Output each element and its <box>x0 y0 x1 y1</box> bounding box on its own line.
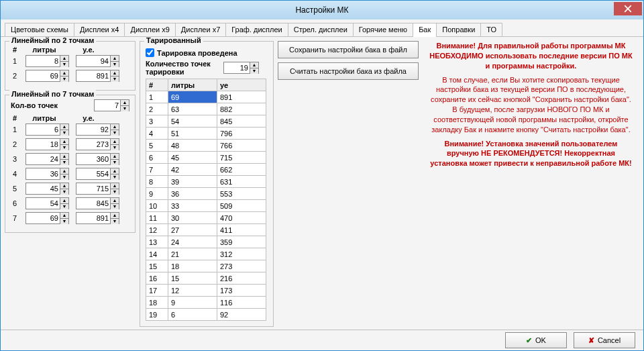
spin-down-icon[interactable]: ▼ <box>60 77 68 82</box>
liters-stepper[interactable]: ▲▼ <box>25 70 69 82</box>
spin-up-icon[interactable]: ▲ <box>111 154 119 160</box>
spin-up-icon[interactable]: ▲ <box>111 70 119 77</box>
tarir-table[interactable]: # литры уе 16989126388235484545179654876… <box>146 79 266 321</box>
spin-down-icon[interactable]: ▼ <box>60 219 68 224</box>
spin-down-icon[interactable]: ▼ <box>250 68 258 74</box>
spin-up-icon[interactable]: ▲ <box>60 183 68 189</box>
ue-stepper[interactable]: ▲▼ <box>76 168 119 180</box>
tarir-row[interactable]: 263882 <box>146 103 266 115</box>
ok-button[interactable]: ✔ OK <box>505 332 567 348</box>
cell-ue[interactable]: 273 <box>217 260 266 272</box>
tarir-done-checkbox[interactable] <box>146 48 154 57</box>
spin-down-icon[interactable]: ▼ <box>60 145 68 150</box>
liters-stepper[interactable]: ▲▼ <box>25 168 69 180</box>
ue-stepper[interactable]: ▲▼ <box>76 183 119 195</box>
tab-8[interactable]: Поправки <box>436 23 481 36</box>
ue-stepper[interactable]: ▲▼ <box>76 138 119 150</box>
close-button[interactable] <box>614 2 642 15</box>
spin-down-icon[interactable]: ▼ <box>60 204 68 209</box>
spin-up-icon[interactable]: ▲ <box>60 124 68 130</box>
spin-up-icon[interactable]: ▲ <box>111 213 119 219</box>
spin-up-icon[interactable]: ▲ <box>111 56 119 62</box>
tarir-row[interactable]: 189116 <box>146 297 266 309</box>
linear-7pt-count-input[interactable] <box>95 101 120 110</box>
tab-5[interactable]: Стрел. дисплеи <box>288 23 354 36</box>
cell-ue[interactable]: 553 <box>217 188 266 200</box>
spin-up-icon[interactable]: ▲ <box>111 168 119 174</box>
liters-stepper[interactable]: ▲▼ <box>25 197 69 209</box>
spin-up-icon[interactable]: ▲ <box>60 139 68 145</box>
ue-stepper[interactable]: ▲▼ <box>76 212 119 224</box>
cell-liters[interactable]: 54 <box>168 115 217 128</box>
tarir-row[interactable]: 645715 <box>146 152 266 164</box>
spin-down-icon[interactable]: ▼ <box>111 130 119 136</box>
cell-ue[interactable]: 359 <box>217 236 266 248</box>
spin-down-icon[interactable]: ▼ <box>111 204 119 209</box>
cell-liters[interactable]: 33 <box>168 200 217 212</box>
spin-up-icon[interactable]: ▲ <box>60 198 68 204</box>
tarir-count-stepper[interactable]: ▲▼ <box>223 62 259 74</box>
spin-down-icon[interactable]: ▼ <box>60 62 68 67</box>
ue-stepper-input[interactable] <box>76 199 110 208</box>
liters-stepper-input[interactable] <box>26 154 60 164</box>
liters-stepper[interactable]: ▲▼ <box>25 212 69 224</box>
spin-up-icon[interactable]: ▲ <box>60 56 68 62</box>
liters-stepper-input[interactable] <box>26 213 60 223</box>
liters-stepper[interactable]: ▲▼ <box>25 183 69 195</box>
spin-up-icon[interactable]: ▲ <box>60 213 68 219</box>
ue-stepper-input[interactable] <box>76 154 110 164</box>
tab-0[interactable]: Цветовые схемы <box>5 23 74 36</box>
cancel-button[interactable]: ✘ Cancel <box>574 332 635 348</box>
cell-ue[interactable]: 312 <box>217 248 266 260</box>
tab-9[interactable]: ТО <box>480 23 502 36</box>
cell-ue[interactable]: 662 <box>217 164 266 176</box>
cell-liters[interactable]: 42 <box>168 164 217 176</box>
spin-down-icon[interactable]: ▼ <box>111 77 119 82</box>
ue-stepper[interactable]: ▲▼ <box>76 123 119 136</box>
spin-down-icon[interactable]: ▼ <box>121 106 129 111</box>
liters-stepper[interactable]: ▲▼ <box>25 153 69 165</box>
liters-stepper-input[interactable] <box>26 169 60 179</box>
spin-up-icon[interactable]: ▲ <box>60 70 68 77</box>
tab-2[interactable]: Дисплеи x9 <box>124 23 175 36</box>
cell-liters[interactable]: 51 <box>168 128 217 140</box>
tarir-row[interactable]: 936553 <box>146 188 266 200</box>
cell-ue[interactable]: 882 <box>217 103 266 115</box>
cell-liters[interactable]: 9 <box>168 297 217 309</box>
ue-stepper-input[interactable] <box>76 169 110 179</box>
cell-liters[interactable]: 24 <box>168 236 217 248</box>
tarir-row[interactable]: 1615216 <box>146 272 266 285</box>
tarir-row[interactable]: 354845 <box>146 115 266 128</box>
liters-stepper-input[interactable] <box>26 125 60 134</box>
tarir-done-row[interactable]: Тарировка проведена <box>146 48 268 57</box>
tarir-row[interactable]: 1130470 <box>146 212 266 224</box>
cell-ue[interactable]: 766 <box>217 140 266 152</box>
spin-down-icon[interactable]: ▼ <box>111 160 119 165</box>
tarir-row[interactable]: 1712173 <box>146 285 266 297</box>
cell-ue[interactable]: 845 <box>217 115 266 128</box>
liters-stepper-input[interactable] <box>26 71 60 81</box>
ue-stepper-input[interactable] <box>76 184 110 193</box>
cell-liters[interactable]: 27 <box>168 224 217 236</box>
spin-up-icon[interactable]: ▲ <box>111 124 119 130</box>
spin-down-icon[interactable]: ▼ <box>60 130 68 136</box>
spin-down-icon[interactable]: ▼ <box>111 174 119 180</box>
tarir-row[interactable]: 451796 <box>146 128 266 140</box>
load-tank-button[interactable]: Считать настройки бака из файла <box>278 62 419 80</box>
cell-ue[interactable]: 631 <box>217 176 266 188</box>
tarir-row[interactable]: 1227411 <box>146 224 266 236</box>
liters-stepper[interactable]: ▲▼ <box>25 55 69 67</box>
cell-ue[interactable]: 411 <box>217 224 266 236</box>
spin-up-icon[interactable]: ▲ <box>111 139 119 145</box>
liters-stepper-input[interactable] <box>26 56 60 66</box>
ue-stepper[interactable]: ▲▼ <box>76 153 119 165</box>
spin-up-icon[interactable]: ▲ <box>250 62 258 68</box>
cell-ue[interactable]: 92 <box>217 309 266 321</box>
cell-ue[interactable]: 715 <box>217 152 266 164</box>
spin-up-icon[interactable]: ▲ <box>111 198 119 204</box>
tab-7[interactable]: Бак <box>413 23 437 37</box>
spin-up-icon[interactable]: ▲ <box>60 168 68 174</box>
liters-stepper[interactable]: ▲▼ <box>25 138 69 150</box>
cell-ue[interactable]: 470 <box>217 212 266 224</box>
ue-stepper-input[interactable] <box>76 213 110 223</box>
